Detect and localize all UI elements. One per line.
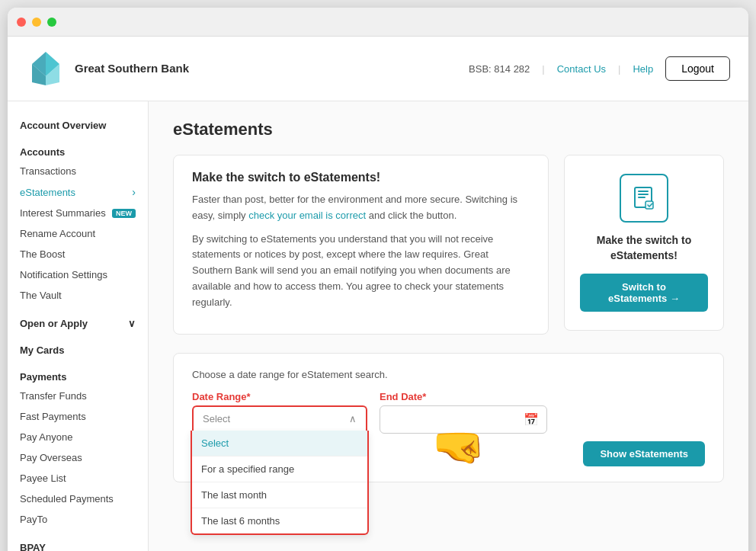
- svg-rect-7: [638, 197, 645, 198]
- form-row: Date Range* Select ∧ Select For a specif…: [192, 391, 705, 434]
- bpay-section-title: BPAY: [8, 536, 148, 551]
- promo-card: Make the switch to eStatements! Switch t…: [564, 155, 724, 331]
- logout-button[interactable]: Logout: [665, 56, 730, 81]
- sidebar-item-the-vault[interactable]: The Vault: [8, 285, 148, 306]
- logo-text: Great Southern Bank: [75, 61, 189, 76]
- sidebar-item-scheduled-payments[interactable]: Scheduled Payments: [8, 489, 148, 509]
- promo-section: Make the switch to eStatements! Faster t…: [173, 155, 724, 335]
- date-range-label: Date Range*: [192, 391, 367, 402]
- promo-para1: Faster than post, better for the environ…: [192, 192, 530, 224]
- search-section: Choose a date range for eStatement searc…: [173, 353, 724, 482]
- svg-rect-5: [638, 191, 649, 192]
- show-estatements-button[interactable]: Show eStatements: [583, 441, 705, 466]
- content-wrapper: Account Overview Accounts Transactions e…: [8, 101, 748, 551]
- dropdown-item-select[interactable]: Select: [192, 431, 367, 456]
- promo-heading: Make the switch to eStatements!: [192, 171, 530, 184]
- sidebar: Account Overview Accounts Transactions e…: [8, 101, 149, 551]
- svg-rect-8: [645, 201, 653, 209]
- chevron-up-icon: ∧: [349, 413, 357, 424]
- check-email-link[interactable]: check your email is correct: [248, 210, 366, 221]
- logo-icon: [26, 49, 66, 88]
- sidebar-item-pay-overseas[interactable]: Pay Overseas: [8, 447, 148, 468]
- date-range-group: Date Range* Select ∧ Select For a specif…: [192, 391, 367, 431]
- minimize-dot[interactable]: [32, 18, 41, 27]
- main-content: eStatements Make the switch to eStatemen…: [149, 101, 748, 551]
- page-title: eStatements: [173, 120, 724, 139]
- logo-area: Great Southern Bank: [26, 49, 189, 88]
- sidebar-item-interest-summaries[interactable]: Interest Summaries NEW: [8, 203, 148, 223]
- sidebar-item-rename-account[interactable]: Rename Account: [8, 223, 148, 244]
- select-placeholder: Select: [203, 413, 230, 424]
- date-range-select-wrapper: Select ∧ Select For a specified range Th…: [192, 405, 367, 431]
- promo-text-card: Make the switch to eStatements! Faster t…: [173, 155, 549, 335]
- bsb-text: BSB: 814 282: [469, 63, 530, 75]
- search-hint: Choose a date range for eStatement searc…: [192, 369, 705, 380]
- sidebar-item-payto[interactable]: PayTo: [8, 509, 148, 530]
- dropdown-list: Select For a specified range The last mo…: [191, 431, 369, 535]
- header-right: BSB: 814 282 | Contact Us | Help Logout: [469, 56, 730, 81]
- date-range-select[interactable]: Select ∧: [192, 405, 367, 431]
- sidebar-item-estatements[interactable]: eStatements ›: [8, 181, 148, 203]
- titlebar: [8, 8, 748, 37]
- switch-to-estatements-button[interactable]: Switch to eStatements →: [580, 274, 708, 312]
- promo-para2: By switching to eStatements you understa…: [192, 232, 530, 311]
- new-badge: NEW: [112, 209, 136, 218]
- sidebar-item-transactions[interactable]: Transactions: [8, 161, 148, 181]
- my-cards-section-title: My Cards: [8, 338, 148, 359]
- chevron-down-icon: ∨: [128, 318, 136, 329]
- dropdown-item-specified[interactable]: For a specified range: [192, 456, 367, 482]
- promo-para1-suffix: and click the button.: [366, 210, 456, 221]
- header: Great Southern Bank BSB: 814 282 | Conta…: [8, 37, 748, 101]
- open-apply-label: Open or Apply: [20, 318, 88, 329]
- svg-rect-6: [638, 194, 649, 195]
- sidebar-item-pay-anyone[interactable]: Pay Anyone: [8, 427, 148, 447]
- dropdown-item-last-month[interactable]: The last month: [192, 482, 367, 508]
- open-apply-section[interactable]: Open or Apply ∨: [8, 312, 148, 332]
- sidebar-item-transfer-funds[interactable]: Transfer Funds: [8, 386, 148, 406]
- estatements-icon: [620, 174, 668, 223]
- end-date-input[interactable]: [388, 414, 524, 425]
- sidebar-item-payee-list[interactable]: Payee List: [8, 468, 148, 489]
- calendar-icon: 📅: [524, 412, 539, 427]
- account-overview-title: Account Overview: [8, 114, 148, 134]
- contact-us-link[interactable]: Contact Us: [557, 63, 606, 75]
- sidebar-item-the-boost[interactable]: The Boost: [8, 244, 148, 264]
- promo-card-heading: Make the switch to eStatements!: [580, 233, 708, 263]
- accounts-section-title: Accounts: [8, 140, 148, 161]
- payments-section-title: Payments: [8, 365, 148, 386]
- end-date-group: End Date* 📅: [380, 391, 547, 434]
- dropdown-item-last-6-months[interactable]: The last 6 months: [192, 508, 367, 533]
- sidebar-item-fast-payments[interactable]: Fast Payments: [8, 406, 148, 427]
- end-date-label: End Date*: [380, 391, 547, 402]
- sidebar-item-notification-settings[interactable]: Notification Settings: [8, 264, 148, 285]
- browser-window: Great Southern Bank BSB: 814 282 | Conta…: [8, 8, 748, 551]
- help-link[interactable]: Help: [633, 63, 653, 75]
- arrow-icon: ›: [132, 186, 136, 198]
- close-dot[interactable]: [17, 18, 26, 27]
- maximize-dot[interactable]: [47, 18, 56, 27]
- end-date-input-wrapper: 📅: [380, 405, 547, 434]
